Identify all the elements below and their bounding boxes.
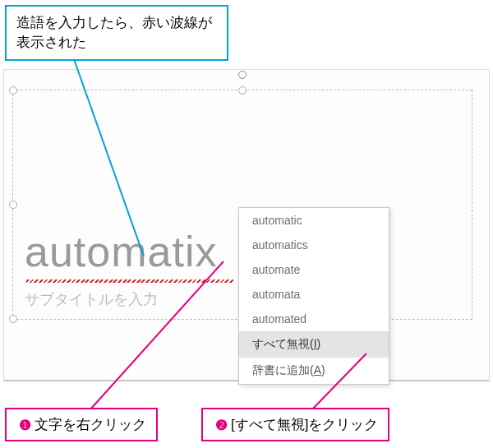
step-number-1: ❶ bbox=[16, 418, 33, 434]
suggestion-item[interactable]: automate bbox=[239, 257, 389, 282]
suggestion-item[interactable]: automatics bbox=[239, 233, 389, 257]
step-text-2: [すべて無視]をクリック bbox=[231, 417, 378, 432]
callout-explanation: 造語を入力したら、赤い波線が表示された bbox=[5, 5, 228, 61]
resize-handle[interactable] bbox=[9, 201, 17, 209]
spellcheck-context-menu: automatic automatics automate automata a… bbox=[238, 207, 389, 385]
suggestion-item[interactable]: automated bbox=[239, 307, 389, 331]
resize-handle[interactable] bbox=[9, 315, 17, 323]
rotate-handle[interactable] bbox=[238, 71, 246, 79]
suggestion-item[interactable]: automatic bbox=[239, 208, 389, 233]
callout-step-1: ❶文字を右クリック bbox=[5, 408, 158, 441]
resize-handle[interactable] bbox=[238, 86, 246, 95]
suggestion-item[interactable]: automata bbox=[239, 282, 389, 307]
ignore-all-item[interactable]: すべて無視(I) bbox=[239, 331, 389, 358]
step-number-2: ❷ bbox=[213, 418, 229, 434]
resize-handle[interactable] bbox=[9, 86, 17, 95]
callout-step-2: ❷[すべて無視]をクリック bbox=[201, 408, 389, 441]
step-text-1: 文字を右クリック bbox=[35, 417, 146, 432]
title-text[interactable]: automatix bbox=[25, 230, 217, 273]
callout-explanation-text: 造語を入力したら、赤い波線が表示された bbox=[16, 15, 212, 50]
spellcheck-wavy-underline bbox=[26, 279, 233, 283]
subtitle-placeholder[interactable]: サブタイトルを入力 bbox=[25, 289, 158, 309]
add-to-dictionary-item[interactable]: 辞書に追加(A) bbox=[239, 358, 389, 384]
